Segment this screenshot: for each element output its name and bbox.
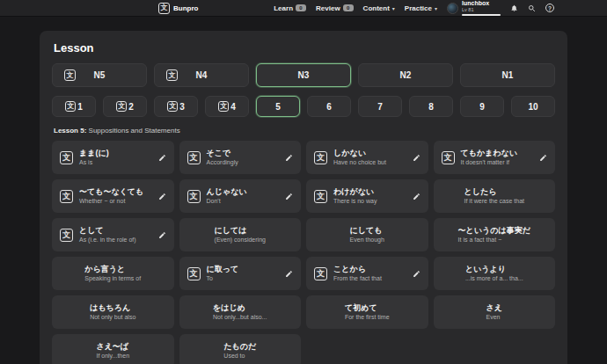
grammar-text: しかない Have no choice but: [333, 149, 409, 167]
lesson-button-7[interactable]: 7: [358, 96, 402, 117]
search-button[interactable]: [528, 4, 536, 12]
grammar-meaning: Used to: [223, 353, 256, 360]
lesson-label: 2: [128, 102, 134, 112]
notifications-button[interactable]: [510, 4, 518, 12]
grammar-card[interactable]: というより ...is more of a... tha...: [434, 257, 556, 290]
lesson-number-label: Lesson 5:: [54, 127, 86, 135]
nav-item-practice[interactable]: Practice ▾: [405, 4, 437, 12]
grammar-card[interactable]: さえ Even: [434, 295, 556, 329]
grammar-card[interactable]: 文 として As (i.e. in the role of): [52, 218, 174, 251]
level-button-n4[interactable]: 文 N4: [154, 63, 249, 87]
edit-icon[interactable]: [539, 154, 547, 162]
grammar-meaning: As is: [79, 159, 155, 167]
grammar-card[interactable]: 文 ことから From the fact that: [306, 257, 428, 290]
grammar-text: んじゃない Don't: [207, 187, 282, 206]
help-icon: ?: [545, 4, 554, 12]
chevron-down-icon: ▾: [435, 5, 437, 11]
grammar-text: にしては (Even) considering: [215, 226, 266, 244]
grammar-meaning: If it were the case that: [464, 198, 524, 206]
lesson-button-3[interactable]: 文 3: [154, 96, 198, 117]
lesson-button-8[interactable]: 8: [409, 96, 453, 117]
user-menu[interactable]: lunchbox Lv 81: [447, 0, 501, 15]
edit-icon[interactable]: [413, 270, 421, 278]
top-navigation-bar: 文 Bunpro Learn 0 Review 0 Content ▾ Prac…: [0, 0, 607, 17]
lesson-button-9[interactable]: 9: [460, 96, 504, 117]
lesson-button-6[interactable]: 6: [307, 96, 351, 117]
bunpro-badge-icon: 文: [64, 69, 76, 81]
grammar-title: て初めて: [345, 303, 390, 313]
lesson-button-1[interactable]: 文 1: [52, 96, 96, 117]
grammar-card[interactable]: 文 んじゃない Don't: [179, 179, 302, 213]
grammar-title: んじゃない: [207, 187, 282, 197]
grammar-card[interactable]: て初めて For the first time: [306, 295, 428, 329]
edit-icon[interactable]: [158, 193, 166, 200]
user-avatar: [447, 3, 458, 14]
help-button[interactable]: ?: [545, 4, 554, 12]
lesson-label: 5: [275, 102, 281, 112]
grammar-card[interactable]: 文 わけがない There is no way: [306, 179, 428, 213]
nav-item-content[interactable]: Content ▾: [363, 4, 395, 12]
grammar-card[interactable]: 文 に取って To: [179, 257, 302, 290]
lesson-label: 3: [179, 102, 185, 112]
lesson-label: 6: [326, 102, 332, 112]
level-button-n5[interactable]: 文 N5: [52, 63, 147, 87]
grammar-card[interactable]: にしても Even though: [306, 218, 428, 251]
lesson-button-10[interactable]: 10: [511, 96, 555, 117]
grammar-meaning: There is no way: [333, 198, 409, 206]
edit-icon[interactable]: [285, 193, 293, 200]
edit-icon[interactable]: [158, 231, 166, 239]
grammar-card[interactable]: 文 〜ても〜なくても Whether ~ or not: [52, 179, 174, 213]
lesson-button-2[interactable]: 文 2: [103, 96, 147, 117]
grammar-title: というより: [465, 265, 523, 274]
grammar-card[interactable]: 文 てもかまわない It doesn't matter if: [434, 141, 556, 174]
chevron-down-icon: ▾: [392, 5, 395, 11]
edit-icon[interactable]: [413, 193, 421, 200]
grammar-text: から言うと Speaking in terms of: [84, 265, 141, 283]
bunpro-badge-icon: 文: [442, 151, 455, 164]
grammar-card[interactable]: をはじめ Not only...but also...: [179, 295, 302, 329]
grammar-title: から言うと: [84, 265, 141, 274]
search-icon: [528, 4, 536, 12]
grammar-text: として As (i.e. in the role of): [79, 226, 155, 244]
level-label: N5: [94, 70, 106, 80]
current-lesson-heading: Lesson 5: Suppositions and Statements: [54, 127, 555, 135]
grammar-card[interactable]: 文 そこで Accordingly: [179, 141, 302, 174]
bunpro-home-link[interactable]: 文 Bunpro: [158, 3, 198, 14]
bunpro-badge-icon: 文: [166, 69, 178, 81]
grammar-title: てもかまわない: [461, 149, 537, 158]
grammar-card[interactable]: 〜というのは事実だ It is a fact that ~: [434, 218, 556, 251]
grammar-card[interactable]: から言うと Speaking in terms of: [52, 257, 174, 290]
grammar-meaning: For the first time: [345, 314, 390, 322]
grammar-card[interactable]: 文 まま(に) As is: [52, 141, 174, 174]
edit-icon[interactable]: [158, 154, 166, 162]
edit-icon[interactable]: [413, 154, 421, 162]
grammar-card[interactable]: さえ〜ば If only...then: [52, 334, 174, 364]
edit-icon[interactable]: [285, 154, 293, 162]
bell-icon: [510, 4, 518, 12]
grammar-card[interactable]: たものだ Used to: [179, 334, 302, 364]
nav-item-review[interactable]: Review 0: [316, 4, 354, 12]
brand-name: Bunpro: [173, 4, 198, 12]
user-meta: lunchbox Lv 81: [462, 0, 501, 15]
nav-item-learn[interactable]: Learn 0: [274, 4, 306, 12]
level-button-n3[interactable]: N3: [256, 63, 351, 87]
level-button-n2[interactable]: N2: [358, 63, 453, 87]
grammar-card[interactable]: としたら If it were the case that: [434, 179, 556, 213]
page-title: Lesson: [54, 41, 555, 55]
grammar-card[interactable]: にしては (Even) considering: [179, 218, 302, 251]
lesson-button-4[interactable]: 文 4: [205, 96, 249, 117]
grammar-text: て初めて For the first time: [345, 303, 390, 322]
grammar-title: 〜というのは事実だ: [458, 226, 530, 236]
level-button-n1[interactable]: N1: [460, 63, 555, 87]
grammar-card[interactable]: 文 しかない Have no choice but: [306, 141, 428, 174]
grammar-title: にしても: [350, 226, 384, 236]
grammar-meaning: Speaking in terms of: [84, 275, 141, 283]
bunpro-logo-icon: 文: [158, 3, 170, 14]
lesson-button-5[interactable]: 5: [256, 96, 300, 117]
level-label: N2: [400, 70, 412, 80]
edit-icon[interactable]: [285, 270, 293, 278]
grammar-card[interactable]: はもちろん Not only but also: [52, 295, 174, 329]
grammar-title: しかない: [333, 149, 409, 158]
grammar-meaning: Have no choice but: [333, 159, 409, 167]
grammar-meaning: Not only but also: [90, 314, 135, 322]
